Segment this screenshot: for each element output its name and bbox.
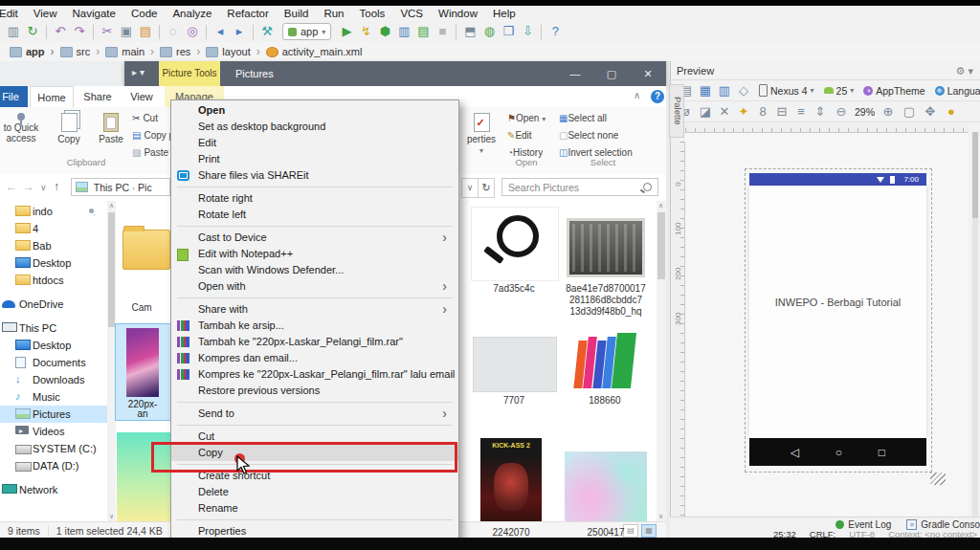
zoom-fit-icon[interactable]: ▢ — [900, 102, 919, 121]
file-selected-image[interactable]: 220px- an — [115, 323, 172, 421]
sidebar-item[interactable]: Desktop — [0, 254, 107, 272]
inspect-icon[interactable]: ◎ — [183, 22, 202, 41]
back-arrow-icon[interactable]: ← — [6, 180, 17, 193]
context-menu-item[interactable] — [177, 297, 453, 298]
maximize-button[interactable]: ▢ — [593, 61, 630, 86]
file-grey-image[interactable] — [473, 337, 557, 392]
menu-item[interactable]: Edit — [0, 8, 26, 19]
context-menu-item[interactable]: Print — [171, 151, 458, 167]
select-none-button[interactable]: ▢Select none — [559, 130, 618, 145]
menu-item[interactable]: VCS — [392, 8, 431, 19]
build-icon[interactable]: ⚒ — [257, 22, 277, 41]
toolbar-icon[interactable] — [206, 25, 207, 39]
menu-item[interactable]: Analyze — [165, 8, 219, 19]
orientation-icon[interactable]: ◇ — [734, 81, 753, 100]
palette-tab[interactable]: Palette — [669, 84, 684, 138]
context-menu-item[interactable]: Rename — [171, 500, 458, 517]
debug-icon[interactable]: ⬢ — [375, 22, 394, 41]
breadcrumb-item[interactable]: app — [10, 45, 60, 58]
file-camera-folder[interactable] — [122, 230, 170, 270]
collapse-ribbon-icon[interactable]: ∧ — [634, 90, 640, 100]
context-menu-item[interactable]: Kompres dan email... — [171, 350, 458, 366]
sidebar-item[interactable]: DATA (D:) — [0, 457, 107, 474]
paste-icon[interactable]: ▤ — [136, 22, 155, 41]
minimize-button[interactable]: — — [557, 61, 593, 86]
context-menu-item[interactable]: Open — [171, 102, 458, 119]
distribute-icon[interactable]: ⇕ — [811, 102, 830, 121]
avd-manager-icon[interactable]: ◍ — [479, 22, 499, 41]
device-dropdown[interactable]: Nexus 4▾ — [759, 84, 814, 97]
menu-item[interactable]: Window — [431, 8, 485, 19]
split-mode-icon[interactable]: ▥ — [715, 81, 734, 100]
breadcrumb-item[interactable]: src — [60, 45, 106, 58]
stop-icon[interactable]: ■ — [433, 22, 452, 41]
context-menu-item[interactable] — [177, 519, 453, 520]
menu-item[interactable]: Build — [277, 8, 317, 19]
address-dropdown-icon[interactable]: ∨ — [461, 178, 479, 198]
up-arrow-icon[interactable]: ↑ — [54, 180, 59, 193]
save-icon[interactable]: ▥ — [4, 22, 23, 41]
edit-button[interactable]: ✎Edit — [507, 130, 532, 145]
scroll-down-icon[interactable]: ∨ — [107, 513, 116, 520]
address-field[interactable]: This PC›Pic — [71, 178, 170, 196]
sidebar-item[interactable]: Downloads — [0, 371, 107, 388]
sync-project-icon[interactable]: ❒ — [499, 22, 518, 41]
context-menu-item[interactable]: Share with — [171, 301, 458, 318]
expand-icon[interactable]: ⊟ — [772, 102, 791, 121]
profiler-icon[interactable]: ▥ — [394, 22, 413, 41]
design-surface-icon[interactable]: ◪ — [696, 102, 715, 121]
scrollbar-thumb[interactable] — [657, 212, 665, 279]
menu-item[interactable]: Code — [123, 8, 166, 19]
context-menu-item[interactable]: Tambah ke "220px-Laskar_Pelangi_film.rar… — [171, 334, 458, 350]
sidebar-item[interactable]: Videos — [0, 423, 107, 440]
sidebar-item[interactable]: Desktop — [0, 337, 107, 354]
context-menu-item[interactable]: Restore previous versions — [171, 383, 458, 399]
align-icon[interactable]: ≡ — [791, 102, 811, 121]
toolbar-icon[interactable] — [253, 25, 254, 39]
file-list-scrollbar[interactable]: ∧ ∨ — [657, 201, 666, 521]
monitor-icon[interactable]: ⬒ — [460, 22, 479, 41]
tab-share[interactable]: Share — [76, 86, 120, 107]
tab-home[interactable]: Home — [30, 86, 74, 107]
pan-icon[interactable]: ✥ — [921, 102, 940, 121]
magic-wand-icon[interactable]: ✦ — [734, 102, 753, 121]
theme-dropdown[interactable]: ◑ AppTheme — [863, 85, 924, 97]
sidebar-item[interactable]: OneDrive — [0, 296, 107, 313]
copy-icon[interactable]: ▣ — [117, 22, 136, 41]
resize-handle[interactable] — [930, 473, 946, 485]
scroll-up-icon[interactable]: ∧ — [657, 202, 665, 209]
context-menu-item[interactable]: Delete — [171, 484, 458, 500]
zoom-out-icon[interactable]: ⊖ — [832, 102, 851, 121]
preview-scrollbar[interactable] — [972, 132, 978, 517]
scroll-down-icon[interactable]: ∨ — [657, 513, 665, 520]
phone-screen[interactable] — [749, 186, 926, 438]
sync-icon[interactable]: ↻ — [23, 22, 42, 41]
context-menu-item[interactable]: Scan with Windows Defender... — [171, 262, 458, 278]
sidebar-item[interactable]: 4 — [0, 220, 107, 237]
toolbar-icon[interactable] — [456, 25, 457, 39]
file-bw-photo[interactable] — [567, 218, 645, 277]
breadcrumb-item[interactable]: activity_main.xml — [266, 46, 374, 57]
context-menu-item[interactable]: Set as desktop background — [171, 119, 458, 135]
gradle-console-button[interactable]: ≡ Gradle Conso — [906, 519, 980, 530]
context-menu-item[interactable]: Edit — [171, 135, 458, 151]
search-input[interactable]: Search Pictures — [501, 178, 658, 196]
menu-item[interactable]: Navigate — [65, 8, 123, 19]
breadcrumb-item[interactable]: main — [105, 45, 160, 58]
file-books-image[interactable] — [567, 325, 643, 392]
font-size-label[interactable]: 8 — [753, 102, 772, 121]
toolbar-icon[interactable] — [93, 25, 94, 39]
menu-item[interactable]: Run — [316, 8, 351, 19]
context-menu-item[interactable]: Tambah ke arsip... — [171, 318, 458, 334]
select-all-button[interactable]: ▦Select all — [559, 113, 607, 128]
undo-icon[interactable]: ↶ — [51, 22, 70, 41]
zoom-in-icon[interactable]: ⊕ — [879, 102, 898, 121]
context-menu-item[interactable] — [177, 187, 453, 187]
context-menu-item[interactable]: Send to — [171, 406, 458, 422]
copy-path-button[interactable]: ▤Copy pat — [132, 130, 174, 145]
recent-locations-icon[interactable]: ∨ — [40, 183, 47, 192]
scroll-up-icon[interactable]: ∧ — [107, 202, 116, 209]
help-icon[interactable]: ? — [651, 90, 664, 103]
sidebar-item[interactable]: Pictures — [0, 406, 107, 423]
coverage-icon[interactable]: ▤ — [413, 22, 433, 41]
